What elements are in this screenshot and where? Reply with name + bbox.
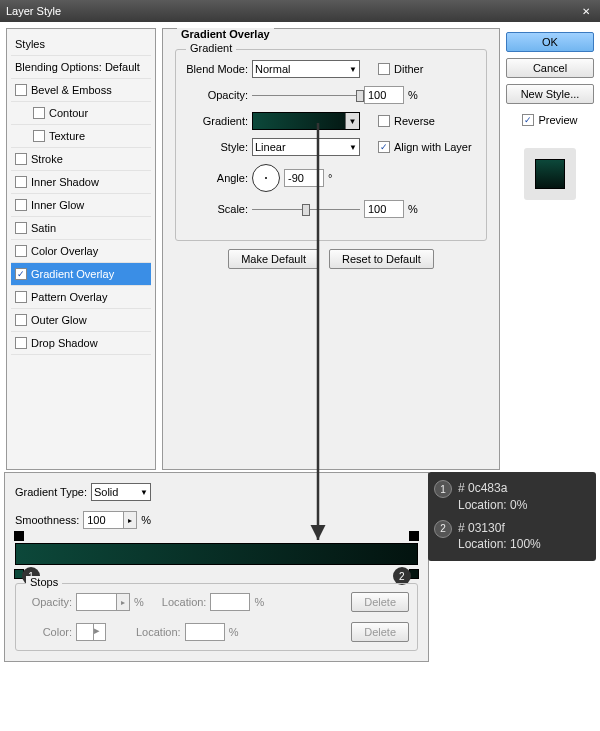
opacity-input[interactable]: 100 [364,86,404,104]
align-label: Align with Layer [394,141,472,153]
chevron-down-icon: ▼ [345,113,359,129]
sidebar-item-inner-glow[interactable]: Inner Glow [11,194,151,217]
chevron-right-icon: ▸ [116,593,130,611]
make-default-button[interactable]: Make Default [228,249,319,269]
delete-opacity-stop-button[interactable]: Delete [351,592,409,612]
blending-options-heading[interactable]: Blending Options: Default [11,56,151,79]
checkbox-icon[interactable] [15,176,27,188]
sidebar-item-stroke[interactable]: Stroke [11,148,151,171]
styles-sidebar: Styles Blending Options: Default Bevel &… [6,28,156,470]
chevron-right-icon: ▸ [123,511,137,529]
checkbox-icon[interactable] [15,153,27,165]
smoothness-input[interactable]: 100▸ [83,511,137,529]
checkbox-icon[interactable] [15,314,27,326]
checkbox-icon[interactable] [15,222,27,234]
checkbox-icon[interactable]: ✓ [15,268,27,280]
sidebar-item-pattern-overlay[interactable]: Pattern Overlay [11,286,151,309]
close-icon[interactable]: ✕ [578,3,594,19]
chevron-down-icon: ▼ [140,488,148,497]
preview-swatch [535,159,565,189]
opacity-stop-right[interactable] [409,531,419,541]
new-style-button[interactable]: New Style... [506,84,594,104]
cancel-button[interactable]: Cancel [506,58,594,78]
style-label: Style: [186,141,248,153]
stop-opacity-location-input[interactable] [210,593,250,611]
angle-input[interactable]: -90 [284,169,324,187]
stop-location-label: Location: [162,596,207,608]
checkbox-icon[interactable] [15,245,27,257]
checkbox-icon[interactable] [15,199,27,211]
reverse-checkbox[interactable] [378,115,390,127]
ok-button[interactable]: OK [506,32,594,52]
gradient-bar[interactable]: 1 2 [15,543,418,565]
smoothness-unit: % [141,514,151,526]
chevron-right-icon: ▸ [93,624,105,640]
tooltip-marker-1: 1 [434,480,452,498]
stop-color-label: Color: [24,626,72,638]
angle-label: Angle: [186,172,248,184]
sidebar-item-bevel[interactable]: Bevel & Emboss [11,79,151,102]
sidebar-item-satin[interactable]: Satin [11,217,151,240]
reset-default-button[interactable]: Reset to Default [329,249,434,269]
panel-title: Gradient Overlay [177,28,274,40]
gradient-swatch[interactable]: ▼ [252,112,360,130]
opacity-slider[interactable] [252,95,360,96]
scale-input[interactable]: 100 [364,200,404,218]
sidebar-item-gradient-overlay[interactable]: ✓Gradient Overlay [11,263,151,286]
checkbox-icon[interactable] [33,107,45,119]
sidebar-item-outer-glow[interactable]: Outer Glow [11,309,151,332]
angle-unit: ° [328,172,332,184]
chevron-down-icon: ▼ [349,65,357,74]
stop-color-location-label: Location: [136,626,181,638]
angle-dial[interactable] [252,164,280,192]
gradient-type-label: Gradient Type: [15,486,87,498]
dither-label: Dither [394,63,423,75]
sidebar-item-inner-shadow[interactable]: Inner Shadow [11,171,151,194]
stop-opacity-label: Opacity: [24,596,72,608]
sidebar-item-contour[interactable]: Contour [11,102,151,125]
blend-mode-select[interactable]: Normal▼ [252,60,360,78]
checkbox-icon[interactable] [15,291,27,303]
right-button-column: OK Cancel New Style... ✓ Preview [506,28,594,470]
align-checkbox[interactable]: ✓ [378,141,390,153]
gradient-type-select[interactable]: Solid▼ [91,483,151,501]
checkbox-icon[interactable] [15,84,27,96]
dither-checkbox[interactable] [378,63,390,75]
reverse-label: Reverse [394,115,435,127]
preview-box [524,148,576,200]
title-bar: Layer Style ✕ [0,0,600,22]
scale-slider[interactable] [252,209,360,210]
scale-unit: % [408,203,418,215]
main-panel: Gradient Overlay Gradient Blend Mode: No… [162,28,500,470]
opacity-stop-left[interactable] [14,531,24,541]
sidebar-item-drop-shadow[interactable]: Drop Shadow [11,332,151,355]
checkbox-icon[interactable] [33,130,45,142]
window-title: Layer Style [6,5,61,17]
stops-tooltip: 1 # 0c483a Location: 0% 2 # 03130f Locat… [428,472,596,561]
styles-heading[interactable]: Styles [11,33,151,56]
stop-color-location-input[interactable] [185,623,225,641]
stop-color-swatch[interactable]: ▸ [76,623,106,641]
gradient-label: Gradient: [186,115,248,127]
gradient-editor: Gradient Type: Solid▼ Smoothness: 100▸ %… [4,472,429,662]
chevron-down-icon: ▼ [349,143,357,152]
blend-label: Blend Mode: [186,63,248,75]
scale-label: Scale: [186,203,248,215]
preview-checkbox[interactable]: ✓ [522,114,534,126]
smoothness-label: Smoothness: [15,514,79,526]
preview-label: Preview [538,114,577,126]
sidebar-item-texture[interactable]: Texture [11,125,151,148]
style-select[interactable]: Linear▼ [252,138,360,156]
gradient-subtitle: Gradient [186,42,236,54]
sidebar-item-color-overlay[interactable]: Color Overlay [11,240,151,263]
stops-fieldset: Stops Opacity: ▸ % Location: % Delete Co… [15,583,418,651]
tooltip-marker-2: 2 [434,520,452,538]
delete-color-stop-button[interactable]: Delete [351,622,409,642]
opacity-unit: % [408,89,418,101]
stops-title: Stops [26,576,62,588]
opacity-label: Opacity: [186,89,248,101]
stop-opacity-input[interactable]: ▸ [76,593,130,611]
checkbox-icon[interactable] [15,337,27,349]
